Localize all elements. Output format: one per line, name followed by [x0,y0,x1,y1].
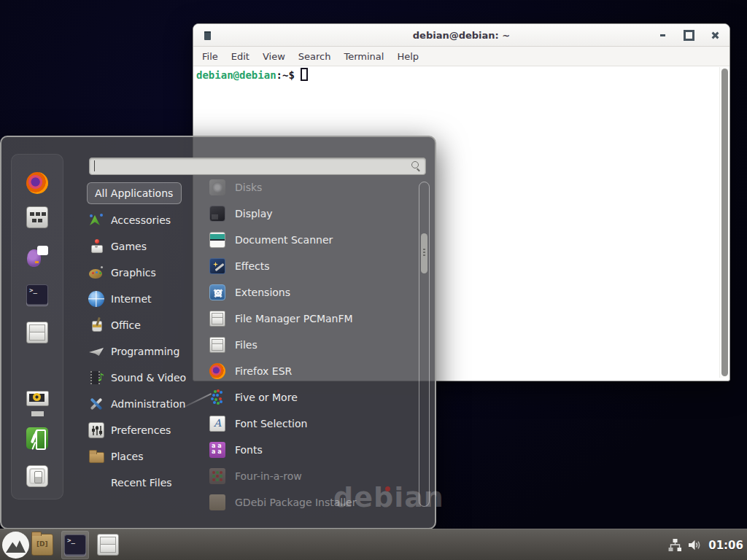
accessories-icon [88,212,104,228]
app-fonts[interactable]: Fonts [206,437,417,463]
menu-edit[interactable]: Edit [225,49,256,64]
app-file-manager-pcmanfm[interactable]: File Manager PCManFM [206,306,417,332]
category-office[interactable]: Office [87,312,205,338]
category-places[interactable]: Places [87,443,205,470]
menu-view[interactable]: View [256,49,292,64]
terminal-title: debian@debian: ~ [413,30,510,41]
gdebi-icon [209,494,225,510]
file-cabinet-icon[interactable] [26,322,48,343]
search-box [89,158,426,175]
programming-icon [88,343,104,359]
sound-video-icon [88,370,104,386]
menu-file[interactable]: File [196,49,225,64]
minimize-icon[interactable] [657,30,668,42]
office-icon [88,317,104,333]
taskbar-terminal-button[interactable] [61,531,89,559]
prompt-user-host: debian@debian [196,69,276,81]
category-list: Accessories Games Graphics Internet Offi… [87,207,205,496]
no-icon [88,475,104,491]
application-list: Disks Display Document Scanner Effects E… [206,174,417,516]
category-programming[interactable]: Programming [87,338,205,365]
internet-icon [88,291,104,307]
terminal-menubar: File Edit View Search Terminal Help [193,47,729,66]
disks-icon [209,179,225,195]
app-four-in-a-row[interactable]: Four-in-a-row [206,463,417,489]
text-caret [94,160,95,171]
extensions-icon [209,284,225,300]
app-display[interactable]: Display [206,201,417,227]
search-input[interactable] [89,158,426,175]
category-preferences[interactable]: Preferences [87,417,205,443]
system-tray: 01:06 [668,529,743,560]
app-disks[interactable]: Disks [206,174,417,201]
menu-logo-icon[interactable] [2,532,29,559]
shut-down-icon[interactable] [26,465,48,487]
app-extensions[interactable]: Extensions [206,279,417,306]
taskbar: 01:06 [0,529,747,560]
preferences-icon [88,422,104,438]
document-scanner-icon [209,232,225,248]
font-selection-icon [209,416,225,432]
prompt-suffix: :~$ [276,69,295,81]
app-firefox-esr[interactable]: Firefox ESR [206,358,417,384]
category-accessories[interactable]: Accessories [87,207,205,233]
places-icon [88,448,104,464]
software-keypad-icon[interactable] [26,206,48,228]
terminal-titlebar[interactable]: debian@debian: ~ [193,24,729,47]
category-sound-video[interactable]: Sound & Video [87,365,205,391]
files-icon [209,337,225,353]
lock-screen-icon[interactable] [26,389,48,411]
log-out-icon[interactable] [26,427,48,449]
administration-icon [88,396,104,412]
app-five-or-more[interactable]: Five or More [206,384,417,411]
applications-menu: All Applications Accessories Games Graph… [0,136,436,529]
graphics-icon [88,265,104,281]
terminal-prompt: debian@debian:~$ [196,68,727,82]
terminal-icon[interactable] [26,284,48,306]
debian-folder-icon[interactable] [31,534,53,556]
terminal-taskbar-icon [64,534,86,556]
terminal-scrollbar[interactable] [719,67,729,378]
menu-scrollbar[interactable] [419,182,430,507]
file-cabinet-taskbar-icon[interactable] [97,534,119,556]
fonts-icon [209,442,225,458]
menu-scrollbar-thumb[interactable] [421,233,427,273]
app-effects[interactable]: Effects [206,253,417,279]
pidgin-icon[interactable] [26,245,48,267]
category-games[interactable]: Games [87,233,205,260]
firefox-icon[interactable] [26,172,48,194]
all-applications-label: All Applications [95,187,173,199]
file-manager-icon [209,311,225,327]
app-font-selection[interactable]: Font Selection [206,411,417,437]
close-icon[interactable] [709,30,721,42]
all-applications-button[interactable]: All Applications [87,182,182,204]
menu-search[interactable]: Search [292,49,338,64]
maximize-icon[interactable] [683,30,694,42]
terminal-cursor [301,68,308,81]
effects-icon [209,258,225,274]
clock[interactable]: 01:06 [708,539,743,552]
terminal-scrollbar-thumb[interactable] [721,69,728,376]
category-internet[interactable]: Internet [87,286,205,312]
category-graphics[interactable]: Graphics [87,260,205,286]
app-document-scanner[interactable]: Document Scanner [206,227,417,253]
terminal-window-icon [204,31,211,40]
five-or-more-icon [209,389,225,405]
favorites-rail [11,154,63,499]
network-icon[interactable] [668,539,681,551]
search-icon [411,161,421,171]
menu-help[interactable]: Help [390,49,425,64]
app-gdebi-package-installer[interactable]: GDebi Package Installer [206,489,417,516]
firefox-esr-icon [209,363,225,379]
category-recent-files[interactable]: Recent Files [87,470,205,496]
display-icon [209,206,225,222]
four-in-a-row-icon [209,468,225,484]
menu-terminal[interactable]: Terminal [337,49,390,64]
desktop: debian@debian: ~ File Edit View Search T… [0,0,747,560]
games-icon [88,238,104,254]
volume-icon[interactable] [688,540,702,551]
app-files[interactable]: Files [206,332,417,358]
